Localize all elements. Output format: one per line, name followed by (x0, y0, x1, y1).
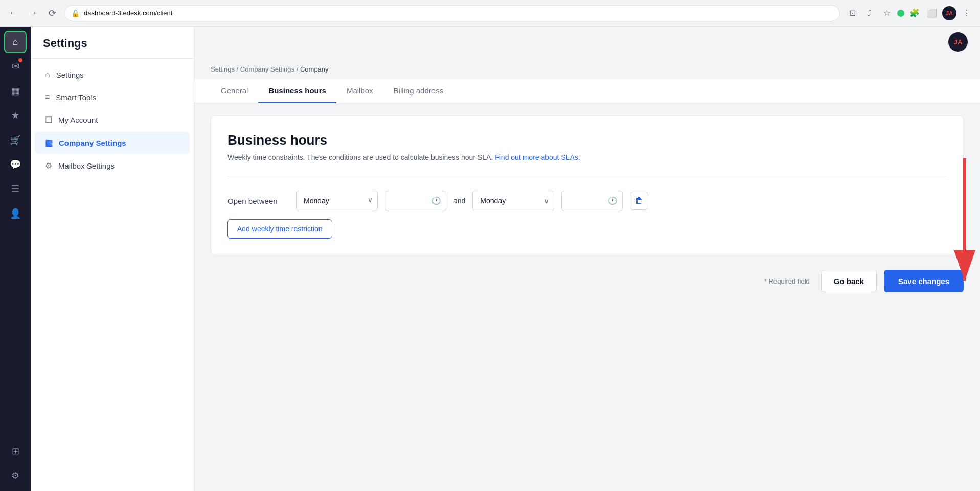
browser-avatar[interactable]: JA (942, 6, 956, 20)
browser-bar: ← → ⟳ 🔒 dashboard-3.edesk.com/client ⊡ ⤴… (0, 0, 980, 27)
sla-link[interactable]: Find out more about SLAs. (495, 153, 580, 161)
open-between-row: Open between Monday Tuesday Wednesday Th… (227, 191, 947, 211)
bookmark-icon[interactable]: ☆ (880, 6, 894, 20)
sidebar-nav: ⌂ Settings ≡ Smart Tools ☐ My Account ▦ … (31, 59, 194, 182)
translate-icon[interactable]: ⊡ (845, 6, 859, 20)
status-dot (897, 10, 904, 17)
tab-general[interactable]: General (211, 79, 258, 103)
main-content: JA Settings / Company Settings / Company… (194, 27, 980, 491)
app: ⌂ ✉ ▦ ★ 🛒 💬 ☰ 👤 ⊞ ⚙ Settings ⌂ Settings … (0, 27, 980, 491)
open-between-label: Open between (227, 197, 289, 205)
and-label: and (453, 197, 465, 205)
mailbox-settings-icon: ⚙ (45, 161, 52, 171)
time-from-wrapper: 🕐 (385, 191, 446, 211)
refresh-button[interactable]: ⟳ (45, 6, 59, 20)
add-restriction-button[interactable]: Add weekly time restriction (227, 219, 332, 239)
tab-billing-address[interactable]: Billing address (383, 79, 454, 103)
sidebar-item-home-icon[interactable]: ⌂ (4, 31, 27, 53)
trash-icon: 🗑 (635, 196, 643, 205)
breadcrumb-sep2: / (297, 65, 300, 73)
sidebar-item-smart-tools[interactable]: ≡ Smart Tools (35, 86, 190, 108)
go-back-button[interactable]: Go back (821, 270, 877, 292)
window-icon[interactable]: ⬜ (925, 6, 939, 20)
breadcrumb: Settings / Company Settings / Company (211, 57, 964, 79)
time-from-input[interactable] (385, 191, 446, 211)
sidebar-item-my-account[interactable]: ☐ My Account (35, 109, 190, 131)
forward-button[interactable]: → (26, 6, 40, 20)
breadcrumb-settings: Settings (211, 65, 235, 73)
sidebar-item-my-account-label: My Account (58, 115, 98, 124)
notification-dot (18, 58, 22, 62)
sidebar-item-mailbox-settings[interactable]: ⚙ Mailbox Settings (35, 155, 190, 177)
day-to-wrapper: Monday Tuesday Wednesday Thursday Friday… (472, 191, 554, 211)
sidebar-item-company-settings[interactable]: ▦ Company Settings (35, 132, 190, 154)
sidebar: Settings ⌂ Settings ≡ Smart Tools ☐ My A… (31, 27, 194, 491)
sidebar-item-chart-icon[interactable]: ▦ (4, 80, 27, 102)
my-account-icon: ☐ (45, 115, 52, 125)
breadcrumb-company: Company (300, 65, 329, 73)
delete-restriction-button[interactable]: 🗑 (630, 192, 648, 210)
breadcrumb-sep1: / (237, 65, 240, 73)
sidebar-item-person-icon[interactable]: 👤 (4, 202, 27, 225)
sidebar-item-apps-icon[interactable]: ⊞ (4, 440, 27, 462)
topbar-avatar[interactable]: JA (948, 32, 968, 52)
sidebar-header: Settings (31, 27, 194, 59)
sidebar-item-mailbox-settings-label: Mailbox Settings (58, 161, 115, 170)
browser-actions: ⊡ ⤴ ☆ 🧩 ⬜ JA ⋮ (845, 6, 974, 20)
topbar-avatar-initials: JA (954, 38, 963, 46)
time-to-input[interactable] (561, 191, 623, 211)
tab-mailbox[interactable]: Mailbox (336, 79, 383, 103)
sidebar-item-star-icon[interactable]: ★ (4, 104, 27, 127)
address-bar[interactable]: 🔒 dashboard-3.edesk.com/client (64, 5, 840, 21)
day-to-select[interactable]: Monday Tuesday Wednesday Thursday Friday… (472, 191, 554, 211)
sidebar-item-list-icon[interactable]: ☰ (4, 178, 27, 200)
sidebar-title: Settings (43, 37, 181, 50)
back-button[interactable]: ← (6, 6, 20, 20)
save-changes-button[interactable]: Save changes (884, 270, 964, 292)
browser-avatar-initials: JA (946, 10, 953, 16)
share-icon[interactable]: ⤴ (862, 6, 877, 20)
url-text: dashboard-3.edesk.com/client (84, 9, 172, 17)
required-label: * Required field (764, 277, 810, 285)
time-to-wrapper: 🕐 (561, 191, 623, 211)
lock-icon: 🔒 (71, 9, 80, 17)
business-hours-card: Business hours Weekly time constraints. … (211, 115, 964, 255)
tabs: General Business hours Mailbox Billing a… (194, 79, 980, 103)
settings-icon: ⌂ (45, 70, 50, 79)
sidebar-item-chat-icon[interactable]: 💬 (4, 153, 27, 176)
sidebar-item-company-settings-label: Company Settings (59, 138, 126, 147)
icon-bar: ⌂ ✉ ▦ ★ 🛒 💬 ☰ 👤 ⊞ ⚙ (0, 27, 31, 491)
card-title: Business hours (227, 132, 947, 148)
card-description: Weekly time constraints. These condition… (227, 153, 947, 161)
tab-business-hours[interactable]: Business hours (258, 79, 336, 103)
content-area: Settings / Company Settings / Company Ge… (194, 57, 980, 491)
day-from-wrapper: Monday Tuesday Wednesday Thursday Friday… (296, 191, 378, 211)
smart-tools-icon: ≡ (45, 92, 50, 102)
extension-icon[interactable]: 🧩 (907, 6, 922, 20)
sidebar-item-cart-icon[interactable]: 🛒 (4, 129, 27, 151)
sidebar-item-smart-tools-label: Smart Tools (56, 93, 96, 102)
sidebar-item-mail-icon[interactable]: ✉ (4, 55, 27, 78)
day-from-select[interactable]: Monday Tuesday Wednesday Thursday Friday… (296, 191, 378, 211)
menu-icon[interactable]: ⋮ (960, 6, 974, 20)
breadcrumb-company-settings: Company Settings (240, 65, 294, 73)
divider (227, 176, 947, 176)
topbar: JA (194, 27, 980, 57)
sidebar-item-gear-icon[interactable]: ⚙ (4, 464, 27, 487)
company-settings-icon: ▦ (45, 138, 53, 148)
sidebar-item-settings-label: Settings (56, 71, 84, 79)
footer-actions: * Required field Go back Save changes (211, 270, 964, 292)
sidebar-item-settings[interactable]: ⌂ Settings (35, 64, 190, 85)
